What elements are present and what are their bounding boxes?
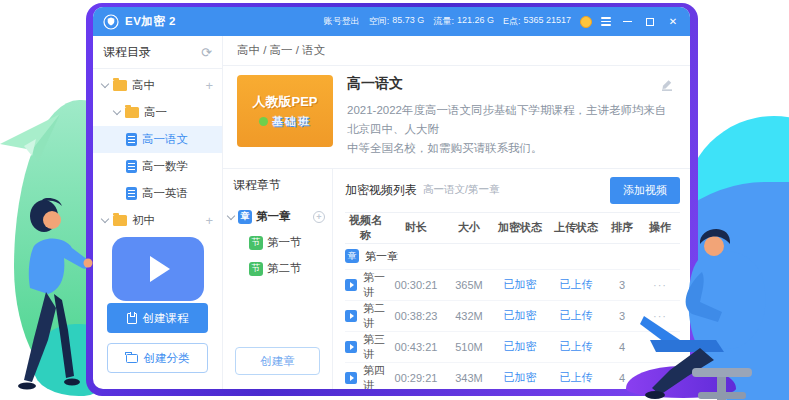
tree-label: 高一英语 — [142, 186, 188, 201]
space-stat: 空间: 85.73 G — [369, 15, 425, 28]
video-sort: 4 — [604, 331, 640, 362]
video-table: 视频名称 时长 大小 加密状态 上传状态 排序 操作 — [345, 212, 680, 389]
table-row[interactable]: 第二讲 00:38:23 432M 已加密 已上传 3 ··· — [345, 300, 680, 331]
section-item[interactable]: 节 第二节 — [223, 256, 332, 282]
sidebar-header: 课程目录 ⟳ — [93, 36, 222, 69]
create-chapter-button[interactable]: 创建章 — [235, 347, 320, 375]
table-row[interactable]: 第三讲 00:43:21 510M 已加密 已上传 4 ··· — [345, 331, 680, 362]
section-badge-icon: 节 — [249, 236, 263, 250]
video-duration: 00:30:21 — [386, 269, 446, 300]
maximize-icon — [646, 18, 654, 26]
create-category-label: 创建分类 — [144, 351, 190, 366]
document-icon — [126, 133, 137, 146]
video-sort: 3 — [604, 300, 640, 331]
close-icon: ✕ — [669, 17, 677, 27]
lower-panels: 课程章节 章 第一章 + 节 第一节 — [223, 168, 690, 389]
folder-icon — [113, 80, 127, 91]
section-item[interactable]: 节 第一节 — [223, 230, 332, 256]
course-card: 人教版PEP 基础班 高一语文 2021-2022年度高一语文同步基础下学期课程… — [223, 66, 690, 164]
table-row[interactable]: 第一讲 00:30:21 365M 已加密 已上传 3 ··· — [345, 269, 680, 300]
table-header-row: 视频名称 时长 大小 加密状态 上传状态 排序 操作 — [345, 212, 680, 243]
create-course-button[interactable]: 创建课程 — [107, 303, 208, 333]
account-logout-link[interactable]: 账号登出 — [324, 15, 360, 28]
add-section-icon[interactable]: + — [313, 211, 325, 223]
sidebar-item-grade1[interactable]: 高一 — [93, 99, 222, 126]
refresh-icon[interactable]: ⟳ — [201, 45, 212, 60]
video-duration: 00:38:23 — [386, 300, 446, 331]
course-directory-title: 课程目录 — [103, 44, 151, 61]
upload-status[interactable]: 已上传 — [548, 269, 604, 300]
close-button[interactable]: ✕ — [666, 15, 680, 29]
sidebar-item-high-school[interactable]: 高中 + — [93, 72, 222, 99]
maximize-button[interactable] — [643, 15, 657, 29]
col-encrypt-status: 加密状态 — [492, 212, 548, 243]
sidebar-item-chinese[interactable]: 高一语文 — [93, 126, 222, 153]
col-size: 大小 — [446, 212, 492, 243]
chevron-down-icon[interactable] — [101, 80, 109, 88]
titlebar-right: 账号登出 空间: 85.73 G 流量: 121.26 G E点: 5365 2… — [324, 15, 680, 29]
video-name: 第一讲 — [363, 270, 386, 300]
section-badge-icon: 节 — [249, 262, 263, 276]
create-category-button[interactable]: 创建分类 — [107, 343, 208, 373]
tree-label: 高中 — [132, 78, 155, 93]
minimize-icon — [623, 21, 632, 23]
add-category-icon[interactable]: + — [205, 78, 213, 93]
video-play-icon[interactable] — [345, 310, 357, 322]
folder-icon — [125, 107, 139, 118]
video-size: 510M — [446, 331, 492, 362]
course-desc-line2: 中等全国名校，如需购买请联系我们。 — [347, 139, 676, 158]
add-video-button[interactable]: 添加视频 — [610, 177, 680, 204]
chevron-down-icon[interactable] — [113, 107, 121, 115]
edit-icon[interactable] — [660, 78, 674, 92]
traffic-stat-value: 121.26 G — [457, 15, 494, 28]
play-button-graphic[interactable] — [112, 237, 204, 301]
chapter-group-row[interactable]: 章 第一章 — [345, 243, 680, 269]
menu-icon[interactable] — [601, 17, 611, 26]
sidebar: 课程目录 ⟳ 高中 + 高一 — [93, 36, 223, 389]
course-title: 高一语文 — [347, 75, 676, 93]
tree-label: 高一语文 — [142, 132, 188, 147]
upload-status[interactable]: 已上传 — [548, 331, 604, 362]
group-row-label: 第一章 — [365, 249, 398, 264]
encrypt-status[interactable]: 已加密 — [492, 300, 548, 331]
traffic-stat-label: 流量: — [433, 15, 454, 28]
upload-status[interactable]: 已上传 — [548, 362, 604, 389]
encrypt-status[interactable]: 已加密 — [492, 269, 548, 300]
video-size: 365M — [446, 269, 492, 300]
course-description: 2021-2022年度高一语文同步基础下学期课程，主讲老师均来自北京四中、人大附… — [347, 101, 676, 158]
folder-outline-icon — [126, 354, 138, 363]
video-sort: 3 — [604, 269, 640, 300]
app-window-frame: EV加密 2 账号登出 空间: 85.73 G 流量: 121.26 G E点:… — [86, 3, 698, 396]
epoint-stat-label: E点: — [503, 15, 521, 28]
coin-icon[interactable] — [580, 16, 592, 28]
course-desc-line1: 2021-2022年度高一语文同步基础下学期课程，主讲老师均来自北京四中、人大附 — [347, 101, 676, 139]
add-category-icon[interactable]: + — [205, 213, 213, 228]
page: EV加密 2 账号登出 空间: 85.73 G 流量: 121.26 G E点:… — [0, 0, 789, 400]
chapter-label: 第一章 — [256, 209, 291, 224]
upload-status[interactable]: 已上传 — [548, 300, 604, 331]
woman-illustration — [6, 186, 104, 398]
play-area — [93, 234, 222, 303]
chapter-badge-icon: 章 — [238, 210, 252, 224]
breadcrumb[interactable]: 高中 / 高一 / 语文 — [223, 36, 690, 66]
epoint-stat-value: 5365 21517 — [523, 15, 571, 28]
sidebar-item-middle-school[interactable]: 初中 + — [93, 207, 222, 234]
section-label: 第一节 — [267, 235, 302, 250]
encrypt-status[interactable]: 已加密 — [492, 362, 548, 389]
section-label: 第二节 — [267, 261, 302, 276]
chapter-item[interactable]: 章 第一章 + — [223, 204, 332, 230]
sidebar-item-english[interactable]: 高一英语 — [93, 180, 222, 207]
videos-panel: 加密视频列表 高一语文/第一章 添加视频 — [333, 169, 690, 389]
video-play-icon[interactable] — [345, 372, 357, 384]
app-window: EV加密 2 账号登出 空间: 85.73 G 流量: 121.26 G E点:… — [93, 7, 690, 389]
cover-logo-dot — [259, 117, 268, 126]
encrypt-status[interactable]: 已加密 — [492, 331, 548, 362]
chevron-down-icon[interactable] — [227, 212, 235, 220]
col-duration: 时长 — [386, 212, 446, 243]
space-stat-value: 85.73 G — [392, 15, 424, 28]
sidebar-item-math[interactable]: 高一数学 — [93, 153, 222, 180]
minimize-button[interactable] — [620, 15, 634, 29]
col-video-name: 视频名称 — [345, 212, 386, 243]
video-play-icon[interactable] — [345, 341, 357, 353]
video-play-icon[interactable] — [345, 279, 357, 291]
